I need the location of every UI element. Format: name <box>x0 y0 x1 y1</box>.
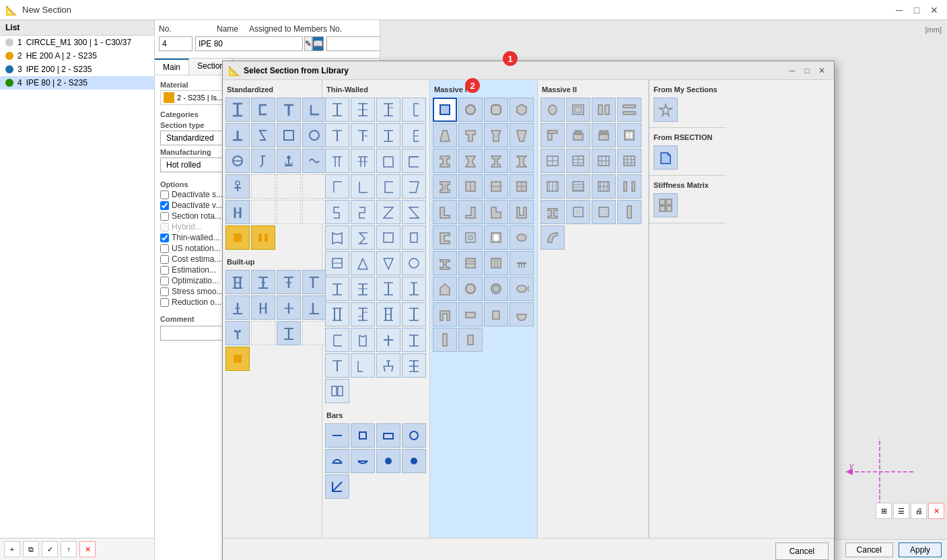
tw-double1[interactable] <box>325 379 349 403</box>
mii-istiff2[interactable] <box>566 200 590 224</box>
std-icon-empty5[interactable] <box>277 200 301 224</box>
tw-ibeam1[interactable] <box>325 277 349 301</box>
mi-stiff3[interactable] <box>510 174 534 199</box>
tw-pi4[interactable] <box>402 149 426 173</box>
mi-doubleweb1[interactable] <box>433 174 457 199</box>
tw-box1[interactable] <box>376 225 400 250</box>
tw-tsect3[interactable] <box>376 353 400 378</box>
tw-z4[interactable] <box>402 200 426 224</box>
tw-tsect4[interactable] <box>402 353 426 378</box>
tw-tri2[interactable] <box>376 251 400 275</box>
builtup-icon-9[interactable] <box>225 321 250 345</box>
mi-Tbig[interactable] <box>484 123 508 147</box>
tw-tsect1[interactable] <box>325 353 349 378</box>
bar-halfcircle2[interactable] <box>351 449 375 473</box>
mii-grate3[interactable] <box>592 174 616 199</box>
tw-z2[interactable] <box>351 200 375 224</box>
mii-dual3[interactable] <box>592 98 616 122</box>
mi-stiffened[interactable] <box>458 174 483 199</box>
std-icon-orange2[interactable] <box>251 225 275 250</box>
tw-6[interactable] <box>351 123 375 147</box>
builtup-icon-10[interactable] <box>251 321 275 345</box>
from-rsection-icon[interactable] <box>654 145 678 170</box>
builtup-icon-6[interactable] <box>251 295 275 320</box>
tw-open2[interactable] <box>351 328 375 352</box>
mi-roundrect[interactable] <box>484 98 508 122</box>
mii-comb1[interactable] <box>540 123 565 147</box>
mi-stepsect[interactable] <box>484 200 508 224</box>
tw-doublet1[interactable] <box>325 302 349 326</box>
bar-halfcircle1[interactable] <box>325 449 349 473</box>
tw-curve1[interactable] <box>325 225 349 250</box>
mii-grate1[interactable] <box>540 174 565 199</box>
std-icon-empty2[interactable] <box>277 174 301 199</box>
mii-grate4[interactable] <box>617 174 641 199</box>
mi-ibeam4[interactable] <box>510 149 534 173</box>
mii-istiff1[interactable] <box>540 200 565 224</box>
mi-house[interactable] <box>433 277 457 301</box>
tw-ibeam2[interactable] <box>351 277 375 301</box>
mi-walled1[interactable] <box>433 302 457 326</box>
bar-line[interactable] <box>325 423 349 448</box>
mi-Lsect2[interactable] <box>458 200 483 224</box>
mii-grid4[interactable] <box>617 149 641 173</box>
mi-usect[interactable] <box>510 200 534 224</box>
tw-c4[interactable] <box>402 174 426 199</box>
dialog-maximize[interactable]: □ <box>800 64 814 77</box>
tw-doublet4[interactable] <box>402 302 426 326</box>
tw-4[interactable] <box>402 98 426 122</box>
tw-ibeam3[interactable] <box>376 277 400 301</box>
tw-circle1[interactable] <box>402 251 426 275</box>
tw-sq1[interactable] <box>325 251 349 275</box>
std-icon-IIvert[interactable] <box>225 200 250 224</box>
builtup-orange[interactable] <box>225 347 250 371</box>
mi-column2[interactable] <box>458 328 483 352</box>
std-icon-theta[interactable] <box>225 149 250 173</box>
tw-sigma[interactable] <box>351 225 375 250</box>
tw-plus[interactable] <box>376 328 400 352</box>
tw-c3[interactable] <box>376 174 400 199</box>
tw-c1[interactable] <box>325 174 349 199</box>
mii-vertical[interactable] <box>617 200 641 224</box>
mi-circle2[interactable] <box>458 277 483 301</box>
stiffness-matrix-icon[interactable] <box>654 193 678 217</box>
dialog-cancel-button[interactable]: Cancel <box>775 542 829 560</box>
dialog-minimize[interactable]: ─ <box>785 64 799 77</box>
mi-trap1[interactable] <box>433 123 457 147</box>
mi-box1[interactable] <box>458 225 483 250</box>
tw-doublet3[interactable] <box>376 302 400 326</box>
std-icon-I[interactable] <box>225 98 250 122</box>
mi-multistiff1[interactable] <box>458 251 483 275</box>
mii-comb2[interactable] <box>566 123 590 147</box>
mi-Csect1[interactable] <box>433 225 457 250</box>
tw-3[interactable] <box>376 98 400 122</box>
bar-dot1[interactable] <box>376 449 400 473</box>
std-icon-anchor[interactable] <box>277 149 301 173</box>
builtup-icon-11[interactable] <box>277 321 301 345</box>
mi-ribs[interactable] <box>510 251 534 275</box>
builtup-icon-5[interactable] <box>225 295 250 320</box>
tw-5[interactable] <box>325 123 349 147</box>
builtup-icon-2[interactable] <box>251 270 275 294</box>
tw-ibeam4[interactable] <box>402 277 426 301</box>
std-icon-orange1[interactable] <box>225 225 250 250</box>
dialog-close[interactable]: ✕ <box>815 64 829 77</box>
mii-istiff3[interactable] <box>592 200 616 224</box>
mi-ibeam3[interactable] <box>484 149 508 173</box>
std-icon-Z[interactable] <box>251 123 275 147</box>
mii-dual2[interactable] <box>566 98 590 122</box>
mi-rect2[interactable] <box>458 302 483 326</box>
tw-doublet2[interactable] <box>351 302 375 326</box>
mi-column1[interactable] <box>433 328 457 352</box>
tw-2[interactable] <box>351 98 375 122</box>
mi-Tsym[interactable] <box>510 123 534 147</box>
mi-stiff2[interactable] <box>484 174 508 199</box>
tw-8[interactable] <box>402 123 426 147</box>
tw-tsect2[interactable] <box>351 353 375 378</box>
mii-comb4[interactable] <box>617 123 641 147</box>
mi-rect3[interactable] <box>484 302 508 326</box>
tw-z3[interactable] <box>376 200 400 224</box>
tw-7[interactable] <box>376 123 400 147</box>
mii-comb3[interactable] <box>592 123 616 147</box>
mii-dual1[interactable] <box>540 98 565 122</box>
